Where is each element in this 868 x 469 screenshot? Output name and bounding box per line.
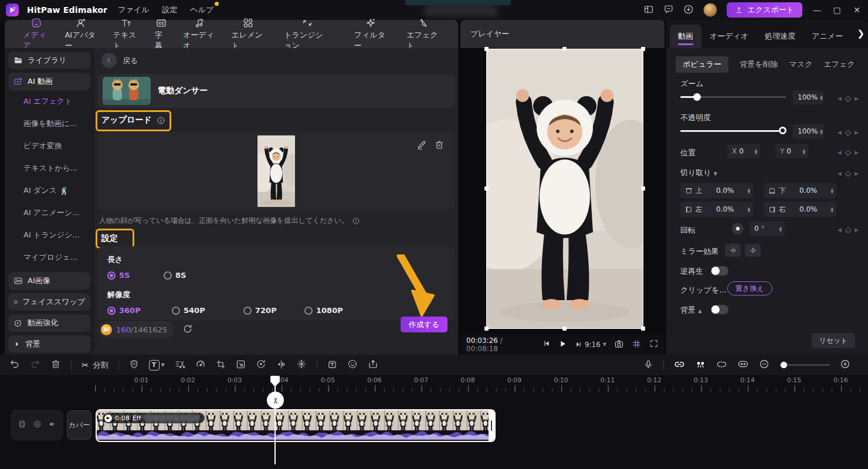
play-speed-icon[interactable] xyxy=(256,359,266,371)
aspect-ratio-dropdown[interactable]: 9:16▼ xyxy=(575,341,606,349)
zoom-in-icon[interactable] xyxy=(840,359,850,371)
delete-icon[interactable] xyxy=(50,359,61,371)
radio-res-540p[interactable]: 540P xyxy=(172,306,205,315)
keyframe-scatter-icon[interactable] xyxy=(695,359,706,372)
sidebar-item-ai-image[interactable]: AI画像 xyxy=(8,272,90,290)
tab-effect[interactable]: エフェクト xyxy=(399,17,447,51)
tab-subtitle[interactable]: 字幕 xyxy=(147,17,175,51)
radio-length-8s[interactable]: 8S xyxy=(164,271,186,280)
unlink-clips-icon[interactable] xyxy=(716,359,727,372)
playhead-line[interactable] xyxy=(274,376,276,464)
close-button[interactable]: ✕ xyxy=(852,5,862,15)
feedback-icon[interactable] xyxy=(663,4,674,16)
freeze-frame-icon[interactable] xyxy=(296,359,307,371)
sidebar-item-ai-dance[interactable]: AI ダンス 🕺 xyxy=(5,179,94,202)
upload-dropzone[interactable] xyxy=(98,132,455,210)
opacity-slider-thumb[interactable] xyxy=(779,127,786,134)
crop-bottom-input[interactable]: 下0.0% ▲▼ xyxy=(764,183,836,198)
crop-left-input[interactable]: 左0.0% ▲▼ xyxy=(680,202,753,217)
player-image-selection[interactable] xyxy=(487,49,643,328)
subtab-remove-bg[interactable]: 背景を削除 xyxy=(740,59,778,70)
flip-vertical-button[interactable] xyxy=(745,244,761,257)
stepper-icon[interactable]: ▲▼ xyxy=(747,206,750,212)
subtab-mask[interactable]: マスク xyxy=(789,59,813,70)
tab-element[interactable]: エレメント xyxy=(224,17,273,51)
text-template-icon[interactable] xyxy=(327,359,337,371)
zoom-slider[interactable] xyxy=(680,96,786,98)
template-card[interactable]: 電動ダンサー xyxy=(98,74,455,108)
sidebar-item-my-projects[interactable]: マイプロジェ... xyxy=(5,246,94,269)
zoom-keyframe-controls[interactable]: ◀◇▶ xyxy=(838,94,859,103)
split-button[interactable]: ✂ 分割 xyxy=(82,360,108,371)
sidebar-item-video-enhance[interactable]: 動画強化 xyxy=(8,314,90,332)
track-film-icon[interactable] xyxy=(18,420,26,430)
export-button[interactable]: エクスポート xyxy=(727,2,802,18)
tab-filter[interactable]: フィルター xyxy=(343,17,399,51)
sidebar-item-ai-effect[interactable]: AI エフェクト xyxy=(5,90,94,113)
sidebar-item-ai-animation[interactable]: AI アニメーシ... xyxy=(5,202,94,224)
timeline-clip[interactable]: ▶ 0:08 Eff xyxy=(96,409,496,442)
scale-icon[interactable] xyxy=(236,359,246,371)
crop-icon[interactable] xyxy=(216,359,226,371)
sidebar-item-face-swap[interactable]: フェイススワップ xyxy=(8,293,90,311)
refresh-credits-icon[interactable] xyxy=(182,324,193,336)
tab-text[interactable]: テキスト xyxy=(105,17,147,51)
radio-res-360p[interactable]: 360P xyxy=(107,306,141,315)
subtab-effect[interactable]: エフェク xyxy=(823,59,855,70)
play-button[interactable] xyxy=(558,339,567,350)
snapshot-icon[interactable] xyxy=(614,339,624,351)
playhead-split-button[interactable]: ✂ xyxy=(267,392,284,409)
sidebar-item-background[interactable]: 背景 xyxy=(8,335,90,353)
zoom-out-icon[interactable] xyxy=(759,359,769,371)
mirror-icon[interactable] xyxy=(276,359,286,371)
maximize-button[interactable]: ▢ xyxy=(832,5,842,15)
subtab-popular[interactable]: ポピュラー xyxy=(676,56,728,73)
tab-animation-props[interactable]: アニメー xyxy=(803,25,851,48)
menu-settings[interactable]: 設定 xyxy=(160,4,179,16)
sticker-face-icon[interactable] xyxy=(347,359,358,371)
text-tool-dropdown[interactable]: T▼ xyxy=(149,360,165,371)
user-avatar[interactable] xyxy=(703,3,717,17)
split-text-icon[interactable] xyxy=(175,359,185,371)
link-clips-icon[interactable] xyxy=(674,359,685,372)
stepper-icon[interactable]: ▲▼ xyxy=(802,148,805,154)
back-label[interactable]: 戻る xyxy=(123,56,138,66)
crop-keyframe-controls[interactable]: ◀◇▶ xyxy=(838,169,859,178)
sidebar-item-library[interactable]: ライブラリ xyxy=(8,52,90,69)
position-keyframe-controls[interactable]: ◀◇▶ xyxy=(838,148,859,157)
redo-icon[interactable] xyxy=(30,359,40,371)
playhead-marker[interactable] xyxy=(270,376,280,389)
stepper-icon[interactable]: ▲▼ xyxy=(830,206,833,212)
clip-trim-handle-right[interactable] xyxy=(489,410,494,441)
rotate-dial[interactable] xyxy=(732,223,744,235)
edit-image-icon[interactable] xyxy=(416,140,427,152)
sidebar-item-video-convert[interactable]: ビデオ変換 xyxy=(5,135,94,157)
delete-image-icon[interactable] xyxy=(434,140,445,152)
track-mute-icon[interactable] xyxy=(48,420,57,430)
tab-speed-props[interactable]: 処理速度 xyxy=(757,25,803,48)
fit-timeline-icon[interactable] xyxy=(737,358,749,372)
import-box-icon[interactable] xyxy=(368,359,378,371)
radio-res-720p[interactable]: 720P xyxy=(243,306,277,315)
tab-audio-props[interactable]: オーディオ xyxy=(701,25,757,48)
voiceover-mic-icon[interactable] xyxy=(643,359,653,371)
back-button[interactable] xyxy=(101,53,117,68)
tab-ai-avatar[interactable]: AIアバター xyxy=(57,17,105,51)
create-button[interactable]: 作成する xyxy=(401,317,447,332)
menu-file[interactable]: ファイル xyxy=(116,4,151,16)
prev-frame-button[interactable] xyxy=(542,339,551,349)
zoom-value-input[interactable]: 100% ▲▼ xyxy=(793,90,823,104)
tab-media[interactable]: メディア xyxy=(15,17,57,51)
rotate-keyframe-controls[interactable]: ◀◇▶ xyxy=(838,225,859,234)
opacity-value-input[interactable]: 100% ▲▼ xyxy=(793,124,823,138)
layout-icon[interactable] xyxy=(643,4,654,16)
stepper-icon[interactable]: ▲▼ xyxy=(830,188,833,193)
stepper-icon[interactable]: ▲▼ xyxy=(754,148,757,154)
crop-right-input[interactable]: 右0.0% ▲▼ xyxy=(764,202,836,217)
tab-transition[interactable]: トランジション xyxy=(272,17,342,51)
download-icon[interactable] xyxy=(683,4,694,16)
position-y-input[interactable]: Y0 ▲▼ xyxy=(775,144,808,158)
fullscreen-icon[interactable] xyxy=(649,339,659,350)
undo-icon[interactable] xyxy=(9,359,20,371)
opacity-slider[interactable] xyxy=(680,130,786,132)
